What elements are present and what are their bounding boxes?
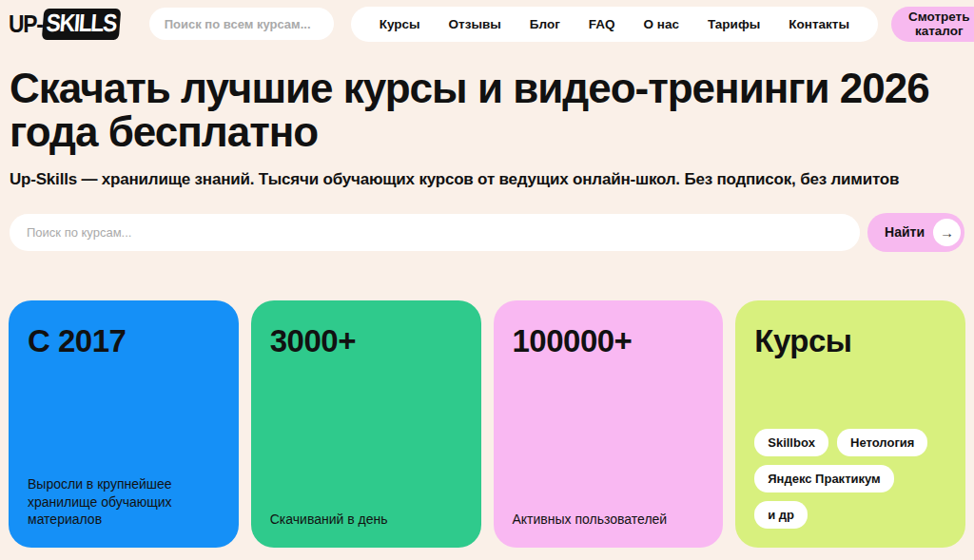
- nav-item-pricing[interactable]: Тарифы: [708, 17, 760, 31]
- nav-item-faq[interactable]: FAQ: [589, 17, 615, 31]
- search-submit-label: Найти: [885, 224, 925, 240]
- stat-value: 3000+: [270, 323, 462, 359]
- stat-label: Выросли в крупнейшее хранилище обучающих…: [28, 475, 204, 528]
- tag-yandex-practicum[interactable]: Яндекс Практикум: [754, 465, 893, 492]
- tag-others[interactable]: и др: [754, 501, 808, 529]
- hero-search-bar: Найти →: [10, 213, 964, 252]
- search-submit-button[interactable]: Найти →: [867, 213, 964, 252]
- tag-netologia[interactable]: Нетология: [837, 429, 927, 456]
- stat-card-users: 100000+ Активных пользователей: [494, 300, 724, 548]
- logo-text-up: UP-: [9, 10, 42, 39]
- nav-item-reviews[interactable]: Отзывы: [449, 17, 501, 31]
- nav-item-about[interactable]: О нас: [644, 17, 679, 31]
- page-subtitle: Up-Skills — хранилище знаний. Тысячи обу…: [10, 170, 964, 189]
- stat-label: Активных пользователей: [513, 511, 689, 528]
- stat-label: Скачиваний в день: [270, 511, 446, 528]
- header-search-input[interactable]: [149, 8, 334, 40]
- logo[interactable]: UP-SKILLS: [9, 9, 121, 40]
- stat-card-downloads: 3000+ Скачиваний в день: [251, 300, 481, 548]
- page-title: Скачать лучшие курсы и видео-тренинги 20…: [10, 67, 961, 154]
- tag-skillbox[interactable]: Skillbox: [754, 429, 828, 456]
- logo-text-skills: SKILLS: [42, 9, 122, 40]
- view-catalog-label: Смотреть каталог: [908, 10, 970, 38]
- main-nav: Курсы Отзывы Блог FAQ О нас Тарифы Конта…: [351, 7, 878, 42]
- nav-item-contacts[interactable]: Контакты: [789, 17, 849, 31]
- header: UP-SKILLS Курсы Отзывы Блог FAQ О нас Та…: [0, 0, 974, 42]
- stats-cards: С 2017 Выросли в крупнейшее хранилище об…: [9, 300, 965, 548]
- stat-card-courses: Курсы Skillbox Нетология Яндекс Практику…: [735, 300, 965, 548]
- view-catalog-button[interactable]: Смотреть каталог →: [891, 7, 974, 42]
- nav-item-blog[interactable]: Блог: [530, 17, 560, 31]
- hero-section: Скачать лучшие курсы и видео-тренинги 20…: [0, 67, 974, 252]
- stat-value: С 2017: [28, 323, 220, 359]
- stat-card-since-2017: С 2017 Выросли в крупнейшее хранилище об…: [9, 300, 239, 548]
- course-search-input[interactable]: [10, 214, 860, 251]
- nav-item-courses[interactable]: Курсы: [380, 17, 420, 31]
- arrow-right-icon: →: [933, 219, 961, 246]
- stat-value: 100000+: [513, 323, 705, 359]
- stat-value: Курсы: [754, 323, 946, 359]
- course-provider-tags: Skillbox Нетология Яндекс Практикум и др: [754, 429, 946, 529]
